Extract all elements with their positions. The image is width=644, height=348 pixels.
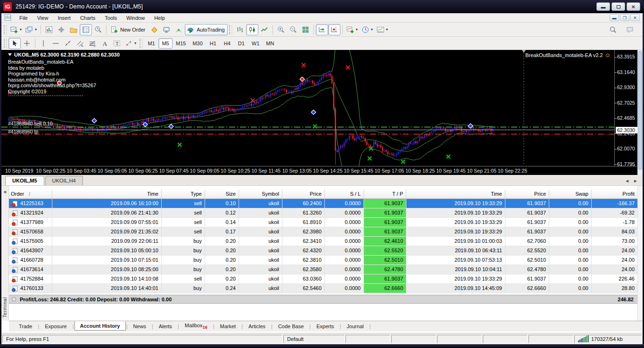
auto-scroll-button[interactable] xyxy=(316,24,328,35)
chart-collapse-icon[interactable] xyxy=(8,53,12,56)
time-axis[interactable]: 10 Sep 201910 Sep 02:2510 Sep 03:4510 Se… xyxy=(1,166,637,175)
column-header-order[interactable]: Order/ xyxy=(9,190,52,199)
mdi-restore-button[interactable]: ❐ xyxy=(620,14,629,21)
horizontal-line-button[interactable] xyxy=(50,38,62,49)
column-header-time[interactable]: Time xyxy=(406,190,505,199)
chart-scrollbar-thumb[interactable] xyxy=(638,51,642,170)
signals-button[interactable] xyxy=(173,24,185,35)
chart-tab-ukoil-m5[interactable]: UKOIL,M5 xyxy=(5,176,44,185)
terminal-tab-trade[interactable]: Trade xyxy=(14,322,37,331)
table-row[interactable]: 417528842019.09.10 14:10:08sell0.20ukoil… xyxy=(9,274,637,284)
table-row[interactable]: 416736142019.09.10 08:25:00buy0.20ukoil6… xyxy=(9,265,637,274)
toolbar-grip[interactable] xyxy=(4,39,7,48)
status-profile[interactable]: Default xyxy=(283,335,345,343)
terminal-scroll-strip[interactable] xyxy=(637,186,643,321)
terminal-tab-alerts[interactable]: Alerts xyxy=(154,322,177,331)
expert-advisors-button[interactable] xyxy=(160,24,173,35)
column-header-price[interactable]: Price xyxy=(505,190,549,199)
column-header-tp[interactable]: T / P xyxy=(364,190,406,199)
menu-view[interactable]: View xyxy=(33,14,53,22)
metaeditor-button[interactable] xyxy=(148,24,160,35)
table-row[interactable]: 416607282019.09.10 07:15:01buy0.20ukoil6… xyxy=(9,256,637,265)
market-watch-button[interactable] xyxy=(43,24,55,35)
price-axis[interactable]: 63.391563.164062.930062.702562.468562.24… xyxy=(614,50,637,166)
terminal-tab-mailbox[interactable]: Mailbox16 xyxy=(180,321,213,331)
minimize-button[interactable]: ▬ xyxy=(596,2,610,11)
column-header-symbol[interactable]: Symbol xyxy=(239,190,282,199)
column-header-size[interactable]: Size xyxy=(205,190,239,199)
timeframe-m30-button[interactable]: M30 xyxy=(189,38,206,49)
timeframe-h1-button[interactable]: H1 xyxy=(206,38,220,49)
restore-button[interactable] xyxy=(611,2,625,11)
timeframe-mn-button[interactable]: MN xyxy=(263,38,277,49)
timeframe-m5-button[interactable]: M5 xyxy=(158,38,173,49)
terminal-tab-code-base[interactable]: Code Base xyxy=(273,322,309,331)
table-row[interactable]: 413219242019.09.06 21:41:30sell0.12ukoil… xyxy=(9,208,637,218)
chart-candles-button[interactable] xyxy=(246,24,258,35)
terminal-panel-button[interactable] xyxy=(80,24,92,35)
crosshair-tool-button[interactable] xyxy=(21,38,33,49)
column-header-swap[interactable]: Swap xyxy=(549,190,592,199)
terminal-tab-market[interactable]: Market xyxy=(215,322,241,331)
table-row[interactable]: 416439072019.09.10 05:00:10buy0.20ukoil6… xyxy=(9,246,637,256)
arrows-tool-button[interactable]: ▾ xyxy=(123,38,138,49)
column-header-time[interactable]: Time xyxy=(52,190,162,199)
trend-line-button[interactable] xyxy=(62,38,74,49)
cursor-button[interactable] xyxy=(8,38,21,49)
tab-scroll-right-icon[interactable]: ► xyxy=(633,178,638,183)
community-button[interactable] xyxy=(624,24,636,35)
chart-bars-button[interactable] xyxy=(234,24,246,35)
toolbar-grip[interactable] xyxy=(229,25,232,34)
periods-button[interactable]: ▾ xyxy=(360,24,375,35)
tab-scroll-left-icon[interactable]: ◄ xyxy=(625,178,629,183)
chart-plot-area[interactable]: UKOIL,M5 62.3000 62.3190 62.2880 62.3030… xyxy=(1,50,614,166)
timeframe-h4-button[interactable]: H4 xyxy=(220,38,234,49)
templates-button[interactable]: ▾ xyxy=(375,24,390,35)
autotrading-button[interactable]: AutoTrading xyxy=(185,24,228,35)
menu-window[interactable]: Window xyxy=(122,14,149,22)
terminal-close-icon[interactable]: × xyxy=(2,190,8,195)
chart-symbol-line[interactable]: UKOIL,M5 62.3000 62.3190 62.2880 62.3030 xyxy=(8,52,120,58)
table-row[interactable]: 415706582019.09.09 21:35:02sell0.17ukoil… xyxy=(9,227,637,237)
text-button[interactable]: A xyxy=(99,38,111,49)
close-button[interactable]: ✕ xyxy=(627,2,640,11)
menu-charts[interactable]: Charts xyxy=(75,14,100,22)
timeframe-d1-button[interactable]: D1 xyxy=(234,38,248,49)
table-row[interactable]: 413779892019.09.09 07:55:01sell0.14ukoil… xyxy=(9,218,637,227)
menu-file[interactable]: File xyxy=(15,14,33,22)
column-header-sl[interactable]: S / L xyxy=(325,190,364,199)
equidistant-channel-button[interactable]: E xyxy=(74,38,86,49)
indicators-button[interactable]: ▾ xyxy=(345,24,360,35)
column-header-profit[interactable]: Profit xyxy=(592,190,637,199)
fibonacci-button[interactable]: F xyxy=(86,38,99,49)
timeframe-m15-button[interactable]: M15 xyxy=(173,38,189,49)
terminal-tab-journal[interactable]: Journal xyxy=(341,322,369,331)
menu-insert[interactable]: Insert xyxy=(53,14,75,22)
mdi-close-button[interactable]: ✕ xyxy=(630,14,640,21)
toolbar-grip[interactable] xyxy=(140,39,143,48)
profiles-button[interactable]: ▾ xyxy=(24,24,39,35)
ea-smiley-icon[interactable]: ☺ xyxy=(605,52,611,58)
data-window-button[interactable] xyxy=(55,24,67,35)
chart-shift-button[interactable] xyxy=(328,24,340,35)
chart-tab-ukoil-h4[interactable]: UKOIL,H4 xyxy=(45,176,83,185)
new-chart-button[interactable]: ▾ xyxy=(8,24,24,35)
toolbar-grip[interactable] xyxy=(4,25,7,34)
text-label-button[interactable]: T xyxy=(111,38,123,49)
vertical-line-button[interactable] xyxy=(37,38,50,49)
chart-scrollbar[interactable] xyxy=(637,50,643,175)
timeframe-w1-button[interactable]: W1 xyxy=(248,38,263,49)
column-header-price[interactable]: Price xyxy=(282,190,325,199)
terminal-tab-news[interactable]: News xyxy=(128,322,151,331)
table-row[interactable]: 415759052019.09.09 22:06:11buy0.20ukoil6… xyxy=(9,237,637,246)
terminal-tab-articles[interactable]: Articles xyxy=(243,322,271,331)
terminal-tab-exposure[interactable]: Exposure xyxy=(40,322,72,331)
terminal-tab-experts[interactable]: Experts xyxy=(311,322,339,331)
menu-help[interactable]: Help xyxy=(149,14,170,22)
tile-windows-button[interactable] xyxy=(299,24,312,35)
table-row[interactable]: 412251632019.09.06 16:10:00sell0.10ukoil… xyxy=(9,199,637,208)
timeframe-m1-button[interactable]: M1 xyxy=(144,38,158,49)
terminal-tab-account-history[interactable]: Account History xyxy=(74,321,126,331)
menu-tools[interactable]: Tools xyxy=(100,14,122,22)
chart-line-button[interactable] xyxy=(258,24,271,35)
